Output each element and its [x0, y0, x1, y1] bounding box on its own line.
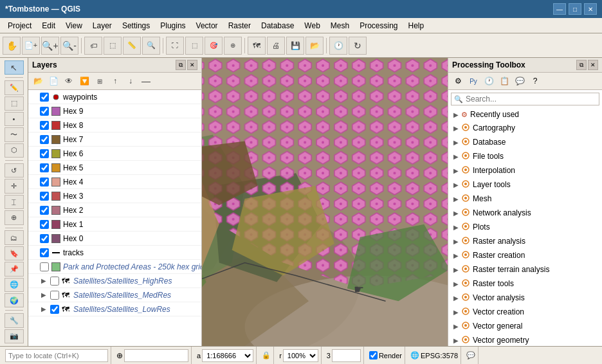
panel-close-btn[interactable]: ✕ — [187, 60, 197, 70]
layer-item-park[interactable]: Park and Protected Areas - 250k hex grid… — [28, 260, 201, 274]
bookmark-btn[interactable]: 🔖 — [5, 246, 24, 260]
proc-item-vector-creation[interactable]: ▶Vector creation — [448, 305, 602, 319]
add-point-btn[interactable]: • — [5, 112, 24, 126]
identify-btn[interactable]: 🏷 — [84, 37, 102, 55]
coordinate-input[interactable]: 210459,1113585 — [124, 349, 188, 362]
merge-btn[interactable]: ⊕ — [5, 210, 24, 224]
edit-features-btn[interactable]: ✏️ — [5, 80, 24, 95]
layer-visibility-btn[interactable]: 👁 — [62, 74, 76, 88]
select-btn[interactable]: ⬚ — [104, 37, 122, 55]
proc-item-database[interactable]: ▶Database — [448, 135, 602, 149]
pan-tool-btn[interactable]: ✋ — [3, 37, 21, 55]
layer-checkbox-hex2[interactable] — [40, 206, 49, 215]
globe-btn[interactable]: 🌐 — [5, 278, 24, 292]
layer-checkbox-sat_low[interactable] — [50, 305, 59, 314]
menu-mesh[interactable]: Mesh — [325, 20, 354, 32]
zoom-full-btn[interactable]: ⛶ — [166, 37, 184, 55]
proc-item-interpolation[interactable]: ▶Interpolation — [448, 163, 602, 177]
layer-checkbox-hex0[interactable] — [40, 234, 49, 243]
rotate-btn[interactable]: ↺ — [5, 163, 24, 177]
save-btn[interactable]: 💾 — [286, 37, 304, 55]
layer-checkbox-hex4[interactable] — [40, 177, 49, 187]
menu-edit[interactable]: Edit — [37, 20, 60, 32]
layer-checkbox-hex1[interactable] — [40, 220, 49, 229]
select-features-btn[interactable]: ↖ — [5, 60, 24, 75]
menu-raster[interactable]: Raster — [223, 20, 256, 32]
proc-item-vector-general[interactable]: ▶Vector general — [448, 319, 602, 333]
layer-item-hex5[interactable]: Hex 5 — [28, 161, 201, 175]
layer-item-hex8[interactable]: Hex 8 — [28, 118, 201, 132]
render-checkbox[interactable] — [369, 351, 378, 359]
epsg-item[interactable]: 🌐 EPSG:3578 — [408, 347, 461, 364]
menu-plugins[interactable]: Plugins — [155, 20, 190, 32]
layer-checkbox-sat_med[interactable] — [50, 291, 59, 300]
proc-item-plots[interactable]: ▶Plots — [448, 220, 602, 234]
layer-checkbox-hex6[interactable] — [40, 149, 49, 158]
camera-btn[interactable]: 📷 — [5, 329, 24, 343]
message-item[interactable]: 💬 — [464, 347, 479, 364]
proc-item-raster-terrain-analysis[interactable]: ▶Raster terrain analysis — [448, 262, 602, 277]
menu-settings[interactable]: Settings — [117, 20, 155, 32]
scale-select[interactable]: 1:168666 — [202, 349, 253, 362]
layer-checkbox-park[interactable] — [40, 262, 49, 271]
print-btn[interactable]: 🖨 — [267, 37, 285, 55]
angle-input[interactable]: 0.0 ° — [332, 349, 361, 362]
layer-checkbox-tracks[interactable] — [40, 248, 49, 257]
proc-results-btn[interactable]: 📋 — [497, 74, 511, 88]
add-polygon-btn[interactable]: ⬡ — [5, 143, 24, 158]
rotation-select[interactable]: 100% — [283, 349, 318, 362]
layer-checkbox-hex5[interactable] — [40, 163, 49, 172]
proc-python-btn[interactable]: Py — [466, 74, 480, 88]
proc-item-network-analysis[interactable]: ▶Network analysis — [448, 206, 602, 220]
proc-item-layer-tools[interactable]: ▶Layer tools — [448, 177, 602, 192]
lock-item[interactable]: 🔒 — [259, 347, 274, 364]
layer-item-sat_high[interactable]: ▶🗺Satellites/Satellites_HighRes — [28, 274, 201, 288]
split-btn[interactable]: ⌶ — [5, 195, 24, 209]
search-btn[interactable]: 🔍 — [142, 37, 160, 55]
processing-restore-btn[interactable]: ⧉ — [576, 60, 587, 70]
proc-item-cartography[interactable]: ▶Cartography — [448, 121, 602, 135]
layer-item-hex1[interactable]: Hex 1 — [28, 217, 201, 232]
menu-vector[interactable]: Vector — [191, 20, 223, 32]
maximize-button[interactable]: □ — [569, 3, 581, 15]
globe2-btn[interactable]: 🌍 — [5, 293, 24, 307]
layer-checkbox-sat_high[interactable] — [50, 277, 59, 286]
proc-item-vector-geometry[interactable]: ▶Vector geometry — [448, 333, 602, 346]
layer-open-btn[interactable]: 📂 — [31, 74, 45, 88]
move-btn[interactable]: ✛ — [5, 179, 24, 193]
panel-restore-btn[interactable]: ⧉ — [176, 60, 186, 70]
layer-item-sat_med[interactable]: ▶🗺Satellites/Satellites_MedRes — [28, 288, 201, 302]
locate-input[interactable] — [5, 349, 108, 362]
minimize-button[interactable]: — — [553, 3, 566, 15]
proc-comment-btn[interactable]: 💬 — [513, 74, 527, 88]
refresh-btn[interactable]: ↻ — [349, 37, 367, 55]
layer-filter-btn[interactable]: 🔽 — [77, 74, 91, 88]
layer-expand-btn[interactable]: ⊞ — [93, 74, 107, 88]
proc-history-btn[interactable]: 🕐 — [482, 74, 496, 88]
layer-item-hex7[interactable]: Hex 7 — [28, 132, 201, 147]
new-project-btn[interactable]: 📄+ — [22, 37, 40, 55]
menu-processing[interactable]: Processing — [354, 20, 403, 32]
layer-checkbox-hex3[interactable] — [40, 192, 49, 201]
proc-item-recently-used[interactable]: ▶⚙Recently used — [448, 108, 602, 121]
layer-checkbox-hex8[interactable] — [40, 121, 49, 130]
layer-checkbox-hex9[interactable] — [40, 107, 49, 116]
menu-web[interactable]: Web — [299, 20, 325, 32]
open-btn[interactable]: 📂 — [306, 37, 324, 55]
close-button[interactable]: ✕ — [584, 3, 597, 15]
layer-checkbox-hex7[interactable] — [40, 135, 49, 144]
pin-btn[interactable]: 📌 — [5, 262, 24, 276]
layer-up-btn[interactable]: ↑ — [108, 74, 122, 88]
layer-item-tracks[interactable]: tracks — [28, 246, 201, 260]
zoom-in-btn[interactable]: 🔍+ — [41, 37, 59, 55]
menu-database[interactable]: Database — [256, 20, 299, 32]
proc-item-vector-analysis[interactable]: ▶Vector analysis — [448, 291, 602, 305]
map-area[interactable]: ☛ — [202, 58, 448, 346]
layer-item-hex3[interactable]: Hex 3 — [28, 189, 201, 203]
layer-down-btn[interactable]: ↓ — [123, 74, 138, 88]
proc-item-mesh[interactable]: ▶Mesh — [448, 192, 602, 206]
menu-help[interactable]: Help — [403, 20, 430, 32]
menu-layer[interactable]: Layer — [87, 20, 117, 32]
processing-search-input[interactable] — [466, 95, 596, 104]
layer-item-hex0[interactable]: Hex 0 — [28, 232, 201, 246]
